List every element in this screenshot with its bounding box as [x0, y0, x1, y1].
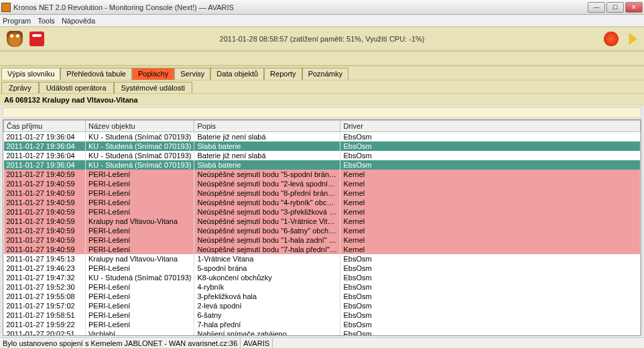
menu-program[interactable]: Program — [3, 17, 31, 25]
table-row[interactable]: 2011-01-27 19:40:59PERI-LešeníNeúspěšné … — [4, 245, 641, 254]
cell: PERI-Lešení — [86, 179, 194, 188]
event-grid-wrap: Čas příjmu Název objektu Popis Driver 20… — [3, 119, 641, 336]
tab-object-data[interactable]: Data objektů — [210, 68, 264, 80]
cell: EbsOsm — [340, 329, 641, 335]
cell: EbsOsm — [340, 141, 641, 151]
table-row[interactable]: 2011-01-27 19:45:13Kralupy nad Vltavou-V… — [4, 254, 641, 264]
table-row[interactable]: 2011-01-27 19:57:02PERI-Lešení2-levá spo… — [4, 301, 641, 310]
table-row[interactable]: 2011-01-27 19:58:51PERI-Lešení6-šatnyEbs… — [4, 310, 641, 320]
table-row[interactable]: 2011-01-27 19:40:59Kralupy nad Vltavou-V… — [4, 217, 641, 226]
col-object[interactable]: Název objektu — [86, 121, 194, 132]
table-row[interactable]: 2011-01-27 19:46:23PERI-Lešení5-spodní b… — [4, 264, 641, 273]
table-row[interactable]: 2011-01-27 19:36:04KU - Studená (Snímač … — [4, 160, 641, 170]
filter-bar — [3, 107, 641, 118]
cell: KU - Studená (Snímač 070193) — [86, 141, 194, 151]
cell: 4-rybník — [194, 282, 340, 292]
table-row[interactable]: 2011-01-27 19:36:04KU - Studená (Snímač … — [4, 132, 641, 142]
table-row[interactable]: 2011-01-27 19:40:59PERI-LešeníNeúspěšné … — [4, 226, 641, 235]
table-row[interactable]: 2011-01-27 19:40:59PERI-LešeníNeúspěšné … — [4, 235, 641, 245]
cell: KU - Studená (Snímač 070193) — [86, 160, 194, 170]
subtab-operator-events[interactable]: Události operátora — [39, 82, 114, 93]
table-row[interactable]: 2011-01-27 20:02:51VrchlabíNabíjení sním… — [4, 329, 641, 335]
cell: Kernel — [340, 245, 641, 254]
table-row[interactable]: 2011-01-27 19:40:59PERI-LešeníNeúspěšné … — [4, 170, 641, 179]
tab-alarms[interactable]: Poplachy — [132, 68, 174, 80]
table-row[interactable]: 2011-01-27 19:36:04KU - Studená (Snímač … — [4, 151, 641, 160]
main-tabbar: Výpis slovníku Přehledová tabule Poplach… — [0, 66, 644, 80]
notify-icon[interactable] — [604, 32, 619, 46]
cell: Nabíjení snímače zahájeno — [194, 329, 340, 335]
cell: EbsOsm — [340, 320, 641, 329]
cell: Kernel — [340, 217, 641, 226]
cell: PERI-Lešení — [86, 226, 194, 235]
cell: PERI-Lešení — [86, 188, 194, 198]
table-row[interactable]: 2011-01-27 19:40:59PERI-LešeníNeúspěšné … — [4, 188, 641, 198]
table-row[interactable]: 2011-01-27 19:40:59PERI-LešeníNeúspěšné … — [4, 207, 641, 217]
table-row[interactable]: 2011-01-27 19:40:59PERI-LešeníNeúspěšné … — [4, 198, 641, 207]
cell: Kralupy nad Vltavou-Vitana — [86, 254, 194, 264]
phone-icon[interactable] — [29, 32, 44, 46]
cell: PERI-Lešení — [86, 198, 194, 207]
column-header-row: Čas příjmu Název objektu Popis Driver — [4, 121, 641, 132]
cell: EbsOsm — [340, 310, 641, 320]
close-button[interactable]: ✕ — [625, 2, 643, 13]
table-row[interactable]: 2011-01-27 19:59:22PERI-Lešení7-hala pře… — [4, 320, 641, 329]
toolstrip: 2011-01-28 08:58:57 (zatížení paměti: 51… — [0, 27, 644, 51]
table-row[interactable]: 2011-01-27 19:40:59PERI-LešeníNeúspěšné … — [4, 179, 641, 188]
cell: Neúspěšné sejmutí bodu "1-Vrátnice Vitan… — [194, 217, 340, 226]
tab-notes[interactable]: Poznámky — [302, 68, 348, 80]
maximize-button[interactable]: ☐ — [606, 2, 624, 13]
cell: 2011-01-27 20:02:51 — [4, 329, 86, 335]
table-row[interactable]: 2011-01-27 19:55:08PERI-Lešení3-překližk… — [4, 292, 641, 301]
cell: 1-Vrátnice Vitana — [194, 254, 340, 264]
cell: PERI-Lešení — [86, 301, 194, 310]
subtab-messages[interactable]: Zprávy — [1, 82, 39, 93]
cell: Neúspěšné sejmutí bodu "3-překližková ha… — [194, 207, 340, 217]
table-row[interactable]: 2011-01-27 19:52:30PERI-Lešení4-rybníkEb… — [4, 282, 641, 292]
table-row[interactable]: 2011-01-27 19:47:32KU - Studená (Snímač … — [4, 273, 641, 282]
cell: PERI-Lešení — [86, 170, 194, 179]
cell: Neúspěšné sejmutí bodu "2-levá spodní" o… — [194, 179, 340, 188]
cell: Kralupy nad Vltavou-Vitana — [86, 217, 194, 226]
cell: Slabá baterie — [194, 160, 340, 170]
cell: Neúspěšné sejmutí bodu "1-hala zadní" ob… — [194, 235, 340, 245]
cell: PERI-Lešení — [86, 207, 194, 217]
menu-help[interactable]: Nápověda — [62, 17, 95, 25]
tab-overview[interactable]: Přehledová tabule — [60, 68, 132, 80]
cell: EbsOsm — [340, 264, 641, 273]
cell: Kernel — [340, 170, 641, 179]
cell: 6-šatny — [194, 310, 340, 320]
cell: Baterie již není slabá — [194, 132, 340, 142]
cell: Kernel — [340, 226, 641, 235]
cell: K8-ukončení obchůzky — [194, 273, 340, 282]
cell: Neúspěšné sejmutí bodu "4-rybník" obchůz… — [194, 198, 340, 207]
cell: Neúspěšné sejmutí bodu "8-přední brána" … — [194, 188, 340, 198]
location-label: A6 069132 Kralupy nad Vltavou-Vitana — [0, 93, 644, 106]
subtab-system-events[interactable]: Systémové události — [114, 82, 192, 93]
cell: 2011-01-27 19:40:59 — [4, 217, 86, 226]
event-grid[interactable]: Čas příjmu Název objektu Popis Driver 20… — [3, 120, 641, 335]
menu-tools[interactable]: Tools — [38, 17, 55, 25]
col-time[interactable]: Čas příjmu — [4, 121, 86, 132]
cell: 2011-01-27 19:36:04 — [4, 141, 86, 151]
cell: 7-hala přední — [194, 320, 340, 329]
cell: Kernel — [340, 198, 641, 207]
cell: 2011-01-27 19:59:22 — [4, 320, 86, 329]
col-driver[interactable]: Driver — [340, 121, 641, 132]
cell: Kernel — [340, 179, 641, 188]
tab-reports[interactable]: Reporty — [264, 68, 302, 80]
cell: 2011-01-27 19:40:59 — [4, 207, 86, 217]
col-desc[interactable]: Popis — [194, 121, 340, 132]
owl-icon[interactable] — [7, 31, 23, 47]
minimize-button[interactable]: — — [588, 2, 605, 13]
menubar: Program Tools Nápověda — [0, 15, 644, 27]
sound-icon[interactable] — [625, 33, 637, 45]
cell: Kernel — [340, 188, 641, 198]
tab-dictionary[interactable]: Výpis slovníku — [1, 68, 60, 80]
table-row[interactable]: 2011-01-27 19:36:04KU - Studená (Snímač … — [4, 141, 641, 151]
cell: 2011-01-27 19:46:23 — [4, 264, 86, 273]
cell: Kernel — [340, 207, 641, 217]
cell: PERI-Lešení — [86, 292, 194, 301]
cell: PERI-Lešení — [86, 320, 194, 329]
tab-services[interactable]: Servisy — [174, 68, 210, 80]
